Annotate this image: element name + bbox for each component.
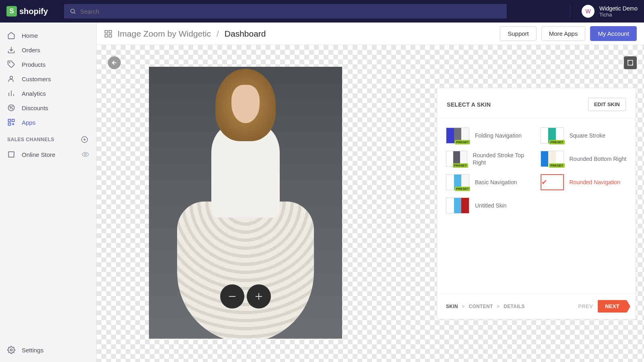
zoom-out-button[interactable] [220,284,244,309]
eye-icon[interactable] [82,151,89,158]
skin-label: Rounded Bottom Right [570,155,627,162]
preset-badge: PRESET [455,140,470,144]
content-area: Image Zoom by Widgetic / Dashboard Suppo… [97,23,644,362]
zoom-in-button[interactable] [247,284,271,309]
preset-badge: PRESET [453,163,468,168]
nav-apps[interactable]: Apps [0,115,96,130]
search-icon [70,8,76,14]
skin-swatch: PRESET [446,151,467,167]
skin-swatch: PRESET [446,174,469,190]
tag-icon [7,60,15,68]
svg-point-0 [71,9,74,13]
svg-rect-11 [8,119,11,122]
nav-analytics[interactable]: Analytics [0,86,96,101]
skin-swatch: PRESET [541,128,564,144]
svg-point-4 [10,76,13,79]
app-grid-icon [104,29,113,38]
svg-point-19 [85,154,87,156]
nav-home[interactable]: Home [0,28,96,43]
skin-label: Basic Navigation [475,179,517,186]
chart-icon [7,89,15,97]
check-icon: ✔ [541,178,563,187]
step-content[interactable]: CONTENT [469,304,493,309]
store-name: Ticha [599,12,638,18]
svg-rect-24 [109,34,111,37]
brand-label: shopify [19,7,48,16]
skin-label: Rounded Stroke Top Right [473,152,533,166]
support-button[interactable]: Support [500,26,537,41]
user-text: Widgetic Demo Ticha [599,5,638,18]
nav-label: Home [22,32,38,39]
nav-settings[interactable]: Settings [0,343,96,362]
user-name: Widgetic Demo [599,5,638,12]
svg-rect-26 [628,60,633,65]
skin-swatch: ✔ [541,174,564,190]
nav-products[interactable]: Products [0,57,96,72]
logo[interactable]: S shopify [6,6,48,16]
nav-label: Products [22,61,45,68]
apps-icon [7,118,15,126]
content-header: Image Zoom by Widgetic / Dashboard Suppo… [97,23,644,45]
skin-panel: SELECT A SKIN EDIT SKIN PRESETFolding Na… [437,88,636,319]
skin-swatch [446,197,469,214]
svg-rect-23 [105,34,107,37]
canvas-area: SELECT A SKIN EDIT SKIN PRESETFolding Na… [97,45,644,362]
top-bar: S shopify W Widgetic Demo Ticha [0,0,644,23]
search-field[interactable] [64,4,507,19]
shopify-bag-icon: S [6,6,17,16]
svg-rect-13 [8,123,11,125]
svg-point-20 [10,349,12,351]
avatar: W [582,5,594,18]
step-indicator: SKIN > CONTENT > DETAILS [446,304,525,309]
skin-option[interactable]: Untitled Skin [446,197,533,214]
search-input[interactable] [80,8,501,15]
orders-icon [7,46,15,54]
nav-customers[interactable]: Customers [0,72,96,86]
section-title: SALES CHANNELS [7,137,54,142]
breadcrumb-current: Dashboard [225,29,266,38]
skin-option[interactable]: PRESETRounded Bottom Right [541,151,627,167]
breadcrumb-separator: / [217,29,219,38]
breadcrumb: Image Zoom by Widgetic / Dashboard [118,29,266,39]
svg-point-10 [12,109,13,109]
skin-option[interactable]: PRESETRounded Stroke Top Right [446,151,533,167]
nav-label: Orders [22,47,40,53]
nav-discounts[interactable]: Discounts [0,101,96,115]
nav-label: Apps [22,119,35,126]
nav-online-store[interactable]: Online Store [0,147,96,162]
expand-button[interactable] [624,56,637,69]
back-button[interactable] [108,56,121,69]
skin-option[interactable]: PRESETFolding Navigation [446,128,533,144]
breadcrumb-app[interactable]: Image Zoom by Widgetic [118,29,211,38]
panel-header: SELECT A SKIN EDIT SKIN [437,88,636,119]
my-account-button[interactable]: My Account [590,26,637,41]
nav-label: Analytics [22,90,46,97]
svg-rect-12 [12,119,14,122]
nav-orders[interactable]: Orders [0,43,96,57]
home-icon [7,31,15,39]
panel-title: SELECT A SKIN [447,101,491,108]
skin-option[interactable]: ✔Rounded Navigation [541,174,627,190]
zoom-controls [220,284,271,309]
step-skin[interactable]: SKIN [446,304,458,309]
sidebar: Home Orders Products Customers Analytics… [0,23,97,362]
store-icon [7,150,15,158]
add-channel-button[interactable] [80,135,89,144]
skin-option[interactable]: PRESETSquare Stroke [541,128,627,144]
edit-skin-button[interactable]: EDIT SKIN [588,98,626,111]
preset-badge: PRESET [455,187,470,191]
skin-grid: PRESETFolding NavigationPRESETSquare Str… [437,119,636,293]
next-button[interactable]: NEXT [598,300,627,313]
skin-label: Untitled Skin [475,202,507,209]
prev-button[interactable]: PREV [578,303,593,309]
step-details[interactable]: DETAILS [504,304,525,309]
preview-widget [149,67,342,339]
more-apps-button[interactable]: More Apps [541,26,586,41]
skin-label: Square Stroke [570,132,606,139]
svg-point-9 [10,107,11,107]
skin-option[interactable]: PRESETBasic Navigation [446,174,533,190]
panel-footer: SKIN > CONTENT > DETAILS PREV NEXT [437,293,636,319]
skin-label: Folding Navigation [475,132,522,139]
user-menu[interactable]: W Widgetic Demo Ticha [570,5,638,18]
nav-label: Online Store [22,151,55,158]
